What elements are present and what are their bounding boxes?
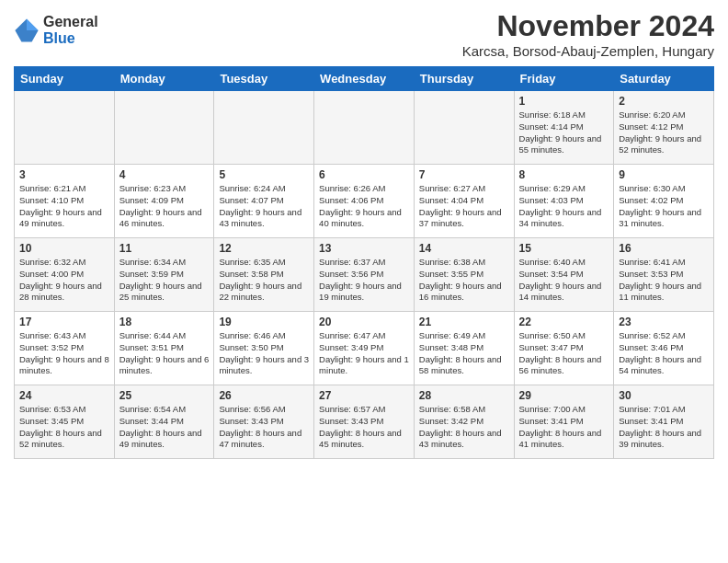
calendar-cell: 17Sunrise: 6:43 AM Sunset: 3:52 PM Dayli… — [15, 312, 115, 385]
day-number: 19 — [219, 316, 309, 328]
day-info: Sunrise: 6:32 AM Sunset: 4:00 PM Dayligh… — [19, 257, 109, 304]
calendar-cell — [114, 91, 214, 165]
calendar-cell: 29Sunrise: 7:00 AM Sunset: 3:41 PM Dayli… — [514, 385, 614, 459]
calendar-cell: 19Sunrise: 6:46 AM Sunset: 3:50 PM Dayli… — [214, 312, 314, 385]
day-number: 27 — [319, 389, 409, 402]
day-info: Sunrise: 6:56 AM Sunset: 3:43 PM Dayligh… — [219, 404, 309, 451]
day-number: 28 — [419, 389, 509, 402]
calendar-cell: 21Sunrise: 6:49 AM Sunset: 3:48 PM Dayli… — [414, 312, 514, 385]
calendar-cell: 24Sunrise: 6:53 AM Sunset: 3:45 PM Dayli… — [15, 385, 115, 459]
day-info: Sunrise: 6:54 AM Sunset: 3:44 PM Dayligh… — [119, 404, 210, 451]
day-info: Sunrise: 6:57 AM Sunset: 3:43 PM Dayligh… — [319, 404, 409, 451]
col-sunday: Sunday — [15, 67, 115, 91]
logo: General Blue — [14, 14, 98, 46]
svg-marker-1 — [27, 18, 39, 30]
calendar-cell: 20Sunrise: 6:47 AM Sunset: 3:49 PM Dayli… — [314, 312, 415, 385]
day-number: 12 — [219, 242, 309, 255]
logo-text: General Blue — [43, 14, 98, 46]
col-wednesday: Wednesday — [314, 67, 415, 91]
calendar-cell — [314, 91, 415, 165]
calendar-cell: 12Sunrise: 6:35 AM Sunset: 3:58 PM Dayli… — [214, 238, 314, 312]
calendar-cell: 7Sunrise: 6:27 AM Sunset: 4:04 PM Daylig… — [414, 165, 514, 238]
day-info: Sunrise: 6:20 AM Sunset: 4:12 PM Dayligh… — [619, 109, 709, 156]
day-number: 20 — [319, 316, 409, 328]
calendar-week-row: 3Sunrise: 6:21 AM Sunset: 4:10 PM Daylig… — [15, 165, 714, 238]
day-number: 21 — [419, 316, 509, 328]
day-info: Sunrise: 6:40 AM Sunset: 3:54 PM Dayligh… — [519, 257, 609, 304]
day-number: 30 — [619, 389, 709, 402]
calendar-header-row: Sunday Monday Tuesday Wednesday Thursday… — [15, 67, 714, 91]
calendar-cell: 9Sunrise: 6:30 AM Sunset: 4:02 PM Daylig… — [614, 165, 714, 238]
calendar-cell: 10Sunrise: 6:32 AM Sunset: 4:00 PM Dayli… — [15, 238, 115, 312]
day-number: 10 — [19, 242, 109, 255]
col-tuesday: Tuesday — [214, 67, 314, 91]
day-number: 8 — [519, 168, 609, 181]
day-info: Sunrise: 6:30 AM Sunset: 4:02 PM Dayligh… — [619, 183, 709, 230]
calendar-cell: 23Sunrise: 6:52 AM Sunset: 3:46 PM Dayli… — [614, 312, 714, 385]
day-number: 14 — [419, 242, 509, 255]
day-number: 26 — [219, 389, 309, 402]
col-saturday: Saturday — [614, 67, 714, 91]
calendar-cell: 3Sunrise: 6:21 AM Sunset: 4:10 PM Daylig… — [15, 165, 115, 238]
day-number: 6 — [319, 168, 409, 181]
calendar-cell: 11Sunrise: 6:34 AM Sunset: 3:59 PM Dayli… — [114, 238, 214, 312]
day-number: 2 — [619, 95, 709, 108]
calendar-cell: 4Sunrise: 6:23 AM Sunset: 4:09 PM Daylig… — [114, 165, 214, 238]
calendar-cell: 8Sunrise: 6:29 AM Sunset: 4:03 PM Daylig… — [514, 165, 614, 238]
day-number: 1 — [519, 95, 609, 108]
day-info: Sunrise: 6:44 AM Sunset: 3:51 PM Dayligh… — [119, 330, 210, 377]
calendar-week-row: 10Sunrise: 6:32 AM Sunset: 4:00 PM Dayli… — [15, 238, 714, 312]
day-info: Sunrise: 6:46 AM Sunset: 3:50 PM Dayligh… — [219, 330, 309, 377]
day-info: Sunrise: 6:47 AM Sunset: 3:49 PM Dayligh… — [319, 330, 409, 377]
col-thursday: Thursday — [414, 67, 514, 91]
calendar-cell: 6Sunrise: 6:26 AM Sunset: 4:06 PM Daylig… — [314, 165, 415, 238]
calendar-cell: 18Sunrise: 6:44 AM Sunset: 3:51 PM Dayli… — [114, 312, 214, 385]
day-number: 15 — [519, 242, 609, 255]
day-info: Sunrise: 6:29 AM Sunset: 4:03 PM Dayligh… — [519, 183, 609, 230]
day-info: Sunrise: 6:23 AM Sunset: 4:09 PM Dayligh… — [119, 183, 210, 230]
calendar-cell: 2Sunrise: 6:20 AM Sunset: 4:12 PM Daylig… — [614, 91, 714, 165]
calendar-cell — [214, 91, 314, 165]
day-number: 29 — [519, 389, 609, 402]
location: Karcsa, Borsod-Abauj-Zemplen, Hungary — [462, 43, 714, 59]
day-info: Sunrise: 6:53 AM Sunset: 3:45 PM Dayligh… — [19, 404, 109, 451]
day-info: Sunrise: 6:58 AM Sunset: 3:42 PM Dayligh… — [419, 404, 509, 451]
day-info: Sunrise: 6:26 AM Sunset: 4:06 PM Dayligh… — [319, 183, 409, 230]
day-number: 18 — [119, 316, 210, 328]
day-info: Sunrise: 6:18 AM Sunset: 4:14 PM Dayligh… — [519, 109, 609, 156]
day-number: 24 — [19, 389, 109, 402]
month-title: November 2024 — [462, 9, 714, 43]
logo-icon — [14, 17, 40, 43]
day-info: Sunrise: 6:41 AM Sunset: 3:53 PM Dayligh… — [619, 257, 709, 304]
calendar-cell — [414, 91, 514, 165]
day-number: 13 — [319, 242, 409, 255]
day-info: Sunrise: 6:43 AM Sunset: 3:52 PM Dayligh… — [19, 330, 109, 377]
day-number: 23 — [619, 316, 709, 328]
calendar-cell: 30Sunrise: 7:01 AM Sunset: 3:41 PM Dayli… — [614, 385, 714, 459]
day-info: Sunrise: 6:24 AM Sunset: 4:07 PM Dayligh… — [219, 183, 309, 230]
calendar-week-row: 1Sunrise: 6:18 AM Sunset: 4:14 PM Daylig… — [15, 91, 714, 165]
page-container: General Blue November 2024 Karcsa, Borso… — [0, 0, 728, 464]
day-info: Sunrise: 6:21 AM Sunset: 4:10 PM Dayligh… — [19, 183, 109, 230]
calendar-cell: 13Sunrise: 6:37 AM Sunset: 3:56 PM Dayli… — [314, 238, 415, 312]
calendar-cell: 25Sunrise: 6:54 AM Sunset: 3:44 PM Dayli… — [114, 385, 214, 459]
calendar-week-row: 17Sunrise: 6:43 AM Sunset: 3:52 PM Dayli… — [15, 312, 714, 385]
day-number: 25 — [119, 389, 210, 402]
col-monday: Monday — [114, 67, 214, 91]
title-section: November 2024 Karcsa, Borsod-Abauj-Zempl… — [462, 9, 714, 59]
day-number: 22 — [519, 316, 609, 328]
header: General Blue November 2024 Karcsa, Borso… — [14, 9, 714, 59]
calendar-cell: 16Sunrise: 6:41 AM Sunset: 3:53 PM Dayli… — [614, 238, 714, 312]
logo-general: General — [43, 14, 98, 30]
calendar-cell: 5Sunrise: 6:24 AM Sunset: 4:07 PM Daylig… — [214, 165, 314, 238]
day-number: 5 — [219, 168, 309, 181]
calendar-week-row: 24Sunrise: 6:53 AM Sunset: 3:45 PM Dayli… — [15, 385, 714, 459]
day-info: Sunrise: 6:38 AM Sunset: 3:55 PM Dayligh… — [419, 257, 509, 304]
day-info: Sunrise: 6:27 AM Sunset: 4:04 PM Dayligh… — [419, 183, 509, 230]
day-number: 11 — [119, 242, 210, 255]
day-number: 3 — [19, 168, 109, 181]
calendar-cell: 15Sunrise: 6:40 AM Sunset: 3:54 PM Dayli… — [514, 238, 614, 312]
day-number: 7 — [419, 168, 509, 181]
calendar-cell: 1Sunrise: 6:18 AM Sunset: 4:14 PM Daylig… — [514, 91, 614, 165]
calendar-cell: 14Sunrise: 6:38 AM Sunset: 3:55 PM Dayli… — [414, 238, 514, 312]
